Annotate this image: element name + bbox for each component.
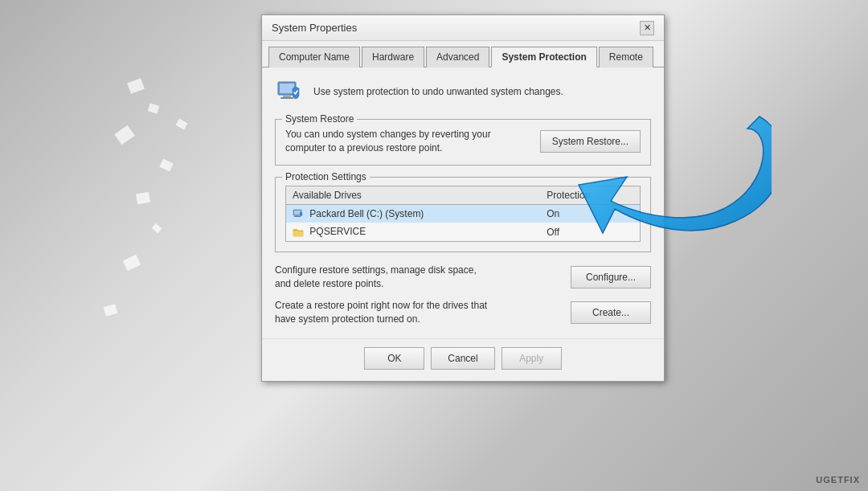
protection-status-1: On	[540, 204, 640, 223]
tab-computer-name[interactable]: Computer Name	[268, 47, 360, 68]
col-drives: Available Drives	[286, 186, 541, 204]
watermark: UGETFIX	[816, 475, 860, 485]
dialog-content: Use system protection to undo unwanted s…	[262, 68, 664, 338]
tab-remote[interactable]: Remote	[599, 47, 653, 68]
protection-settings-label: Protection Settings	[282, 171, 370, 182]
table-row[interactable]: Packard Bell (C:) (System) On	[286, 204, 641, 223]
svg-rect-2	[283, 95, 291, 97]
system-properties-dialog: System Properties ✕ Computer Name Hardwa…	[261, 14, 665, 382]
svg-rect-1	[280, 84, 294, 93]
svg-rect-6	[295, 215, 298, 216]
cancel-button[interactable]: Cancel	[431, 347, 494, 370]
restore-row: You can undo system changes by reverting…	[285, 128, 641, 155]
dialog-footer: OK Cancel Apply	[262, 338, 664, 381]
col-protection: Protection	[540, 186, 640, 204]
system-restore-label: System Restore	[282, 113, 357, 125]
tab-advanced[interactable]: Advanced	[426, 47, 489, 68]
svg-rect-7	[294, 216, 301, 217]
drive-name-2: PQSERVICE	[286, 223, 541, 241]
dialog-title: System Properties	[272, 22, 357, 34]
tab-system-protection[interactable]: System Protection	[491, 47, 596, 68]
system-restore-section: System Restore You can undo system chang…	[275, 119, 651, 166]
tab-hardware[interactable]: Hardware	[362, 47, 424, 68]
protection-settings-section: Protection Settings Available Drives Pro…	[275, 177, 651, 253]
close-button[interactable]: ✕	[640, 21, 654, 35]
info-row: Use system protection to undo unwanted s…	[275, 77, 651, 106]
tab-bar: Computer Name Hardware Advanced System P…	[262, 41, 664, 68]
system-protection-icon	[275, 77, 304, 106]
create-button[interactable]: Create...	[571, 301, 651, 324]
drive-name-1: Packard Bell (C:) (System)	[286, 204, 541, 223]
dialog-titlebar: System Properties ✕	[262, 15, 664, 41]
svg-rect-5	[294, 211, 301, 215]
restore-description: You can undo system changes by reverting…	[285, 128, 494, 155]
table-row[interactable]: PQSERVICE Off	[286, 223, 641, 241]
protection-status-2: Off	[540, 223, 640, 241]
configure-description: Configure restore settings, manage disk …	[275, 264, 492, 291]
configure-button[interactable]: Configure...	[571, 266, 651, 288]
ok-button[interactable]: OK	[364, 347, 424, 370]
apply-button[interactable]: Apply	[502, 347, 562, 370]
create-row: Create a restore point right now for the…	[275, 299, 651, 326]
create-description: Create a restore point right now for the…	[275, 299, 492, 326]
info-description: Use system protection to undo unwanted s…	[313, 86, 563, 97]
svg-rect-3	[280, 97, 293, 99]
configure-row: Configure restore settings, manage disk …	[275, 264, 651, 291]
drives-table: Available Drives Protection	[285, 186, 641, 243]
system-restore-button[interactable]: System Restore...	[540, 130, 641, 153]
